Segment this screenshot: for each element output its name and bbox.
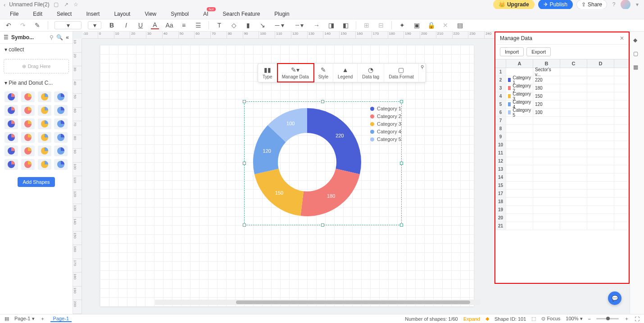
- menu-ai[interactable]: AIhot: [203, 11, 208, 17]
- underline-icon[interactable]: U: [136, 21, 145, 29]
- undo-icon[interactable]: ↶: [5, 21, 13, 29]
- chart-thumb[interactable]: [5, 132, 18, 143]
- export-button[interactable]: Export: [526, 47, 551, 56]
- chart-thumb[interactable]: [21, 118, 35, 129]
- import-button[interactable]: Import: [500, 47, 524, 56]
- chart-thumb[interactable]: [54, 159, 68, 170]
- menu-view[interactable]: View: [145, 11, 156, 17]
- open-icon[interactable]: ↗: [63, 1, 69, 8]
- chart-thumb[interactable]: [21, 146, 35, 156]
- chat-button[interactable]: 💬: [608, 291, 621, 305]
- picture-icon[interactable]: ▣: [413, 21, 421, 29]
- share-button[interactable]: ⇪ Share: [576, 0, 607, 9]
- caret-down-icon[interactable]: ▾: [634, 1, 640, 8]
- zoom-in-icon[interactable]: ＋: [624, 315, 629, 322]
- chart-thumb[interactable]: [38, 105, 51, 116]
- menu-icon[interactable]: ☰: [4, 34, 9, 41]
- help-icon[interactable]: ?: [611, 1, 617, 8]
- group-icon[interactable]: ⊞: [363, 21, 371, 29]
- connector-icon[interactable]: ↘: [259, 21, 267, 29]
- align-icon[interactable]: ≡: [180, 21, 188, 29]
- focus-toggle[interactable]: ⊙ Focus: [541, 316, 560, 322]
- menu-layout[interactable]: Layout: [114, 11, 130, 17]
- lock-icon[interactable]: 🔒: [427, 21, 435, 29]
- chart-thumb[interactable]: [54, 118, 68, 129]
- chart-thumb[interactable]: [5, 91, 18, 102]
- export-icon[interactable]: ▢: [633, 50, 641, 59]
- expand-link[interactable]: Expand: [463, 316, 480, 322]
- highlight-icon[interactable]: ▮: [244, 21, 252, 29]
- theme-icon[interactable]: ◆: [633, 37, 641, 45]
- pie-section[interactable]: ▾ Pie and Donut C...: [0, 77, 73, 89]
- font-select[interactable]: ▾: [54, 21, 82, 29]
- layers-status-icon[interactable]: ⬚: [531, 316, 536, 322]
- data-grid[interactable]: ABCD1Sector's v...2Category 12203Categor…: [495, 59, 629, 230]
- page-select[interactable]: Page-1 ▾: [14, 316, 35, 322]
- add-shapes-button[interactable]: Add Shapes: [18, 177, 55, 187]
- menu-symbol[interactable]: Symbol: [171, 11, 189, 17]
- drag-zone[interactable]: ⊕ Drag Here: [4, 59, 69, 73]
- effects-icon[interactable]: ✦: [398, 21, 406, 29]
- legend-button[interactable]: ▲Legend: [333, 64, 358, 82]
- page-tab[interactable]: Page-1: [50, 316, 72, 322]
- chart-thumb[interactable]: [54, 146, 68, 156]
- redo-icon[interactable]: ↷: [19, 21, 27, 29]
- chart-thumb[interactable]: [5, 118, 18, 129]
- chart-thumb[interactable]: [38, 146, 51, 156]
- add-page-button[interactable]: ＋: [40, 315, 45, 322]
- brush-icon[interactable]: ✎: [33, 21, 41, 29]
- lineheight-icon[interactable]: ☰: [194, 21, 202, 29]
- fill-icon[interactable]: ◇: [230, 21, 238, 29]
- close-icon[interactable]: ✕: [620, 35, 624, 41]
- chart-thumb[interactable]: [38, 159, 51, 170]
- fontsize-select[interactable]: ▾: [88, 21, 101, 29]
- text-icon[interactable]: T: [215, 21, 223, 29]
- chart-thumb[interactable]: [21, 91, 35, 102]
- layers-icon[interactable]: ▤: [456, 21, 464, 29]
- zoom-level[interactable]: 100% ▾: [566, 316, 582, 322]
- back-icon[interactable]: ‹: [4, 1, 5, 8]
- chart-thumb[interactable]: [5, 105, 18, 116]
- star-icon[interactable]: ☆: [73, 1, 79, 8]
- style-button[interactable]: ✎Style: [314, 64, 333, 82]
- menu-select[interactable]: Select: [57, 11, 72, 17]
- type-button[interactable]: ▮▮Type: [258, 64, 277, 82]
- manage-data-button[interactable]: ✎▾Manage Data: [277, 64, 314, 82]
- dataformat-button[interactable]: ▢Data Format: [384, 64, 419, 82]
- horizontal-scrollbar[interactable]: [155, 300, 480, 305]
- grid-icon[interactable]: ▦: [633, 64, 641, 72]
- datatag-button[interactable]: ◔Data tag: [358, 64, 384, 82]
- case-icon[interactable]: Aa: [165, 21, 173, 29]
- fontcolor-icon[interactable]: A: [151, 21, 159, 29]
- zoom-slider[interactable]: [596, 318, 619, 319]
- dashstyle-select[interactable]: ┄ ▾: [293, 21, 306, 29]
- menu-insert[interactable]: Insert: [86, 11, 100, 17]
- chart-thumb[interactable]: [5, 146, 18, 156]
- page[interactable]: ▮▮Type ✎▾Manage Data ✎Style ▲Legend ◔Dat…: [100, 45, 474, 306]
- chart-thumb[interactable]: [5, 159, 18, 170]
- upgrade-button[interactable]: 👑 Upgrade: [493, 0, 535, 9]
- chart-thumb[interactable]: [21, 132, 35, 143]
- chart-thumb[interactable]: [54, 105, 68, 116]
- menu-file[interactable]: File: [10, 11, 18, 17]
- behind-icon[interactable]: ◨: [327, 21, 335, 29]
- menu-plugin[interactable]: Plugin: [274, 11, 289, 17]
- chart-thumb[interactable]: [38, 132, 51, 143]
- fullscreen-icon[interactable]: ⛶: [635, 316, 639, 322]
- collapse-icon[interactable]: «: [66, 34, 69, 41]
- arrow-icon[interactable]: →: [313, 21, 321, 29]
- chart-thumb[interactable]: [21, 105, 35, 116]
- pin-toolbar-icon[interactable]: ⚲: [419, 64, 426, 82]
- menu-search[interactable]: Search Feature: [223, 11, 260, 17]
- front-icon[interactable]: ◧: [341, 21, 349, 29]
- pages-icon[interactable]: ▤: [5, 316, 9, 322]
- chart-thumb[interactable]: [54, 132, 68, 143]
- pin-icon[interactable]: ⚲: [50, 34, 54, 41]
- ungroup-icon[interactable]: ⊟: [377, 21, 385, 29]
- avatar[interactable]: [621, 0, 630, 9]
- chart-thumb[interactable]: [38, 118, 51, 129]
- donut-chart[interactable]: 220180150120100: [249, 104, 366, 222]
- chart-thumb[interactable]: [54, 91, 68, 102]
- search-icon[interactable]: 🔍: [56, 34, 63, 41]
- publish-button[interactable]: ✈ Publish: [538, 0, 573, 9]
